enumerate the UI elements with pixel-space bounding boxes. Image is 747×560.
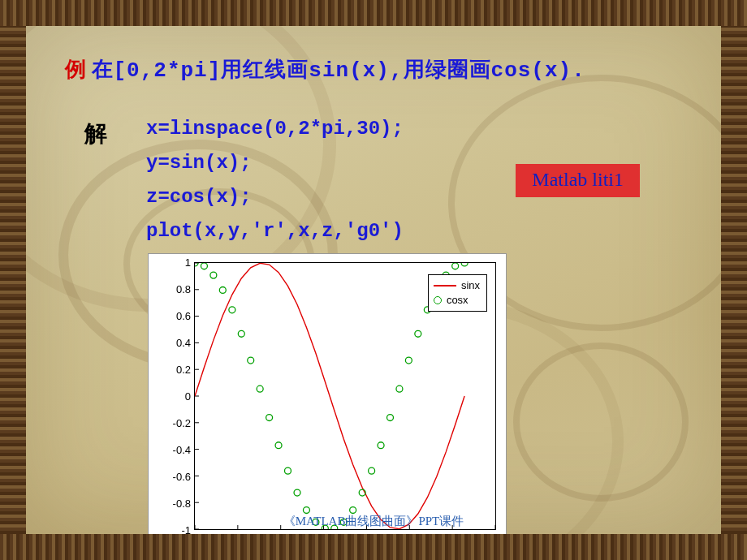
svg-point-35 [340, 519, 347, 525]
svg-point-27 [266, 415, 273, 421]
problem-line: 例 在[0,2*pi]用红线画sin(x),用绿圈画cos(x). [65, 55, 682, 84]
ytick-label: -1 [158, 524, 191, 535]
svg-point-38 [369, 467, 375, 474]
legend-circle-icon [434, 296, 442, 304]
svg-point-33 [322, 525, 328, 529]
slide-background: 例 在[0,2*pi]用红线画sin(x),用绿圈画cos(x). 解 x=li… [26, 26, 721, 534]
example-label: 例 [65, 58, 86, 81]
svg-point-22 [219, 287, 226, 294]
legend-item-2: cosx [447, 293, 468, 308]
svg-point-39 [378, 442, 384, 449]
code-line-1: x=linspace(0,2*pi,30); [146, 118, 404, 140]
svg-point-48 [461, 263, 468, 266]
svg-point-24 [238, 330, 244, 337]
ytick-label: 0 [158, 390, 191, 403]
code-block: x=linspace(0,2*pi,30); y=sin(x); z=cos(x… [146, 112, 404, 248]
svg-point-34 [331, 525, 338, 529]
problem-text: 在[0,2*pi]用红线画sin(x),用绿圈画cos(x). [92, 58, 585, 83]
ytick-label: 0.8 [158, 283, 191, 295]
chart-figure: sinx cosx -1-0.8-0.6-0.4-0.200.20.40.60.… [148, 253, 507, 534]
ytick-label: 0.4 [158, 337, 191, 349]
legend-line-icon [434, 285, 456, 286]
ytick-label: 0.6 [158, 310, 191, 322]
ytick-label: 0.2 [158, 364, 191, 376]
svg-point-25 [248, 357, 254, 364]
plot-area: sinx cosx [194, 262, 496, 530]
svg-point-43 [415, 330, 421, 337]
code-line-2: y=sin(x); [146, 152, 252, 174]
ytick-label: 1 [158, 256, 191, 269]
ytick-label: -0.4 [158, 444, 191, 456]
svg-point-47 [452, 263, 459, 269]
svg-point-42 [405, 357, 412, 364]
svg-point-29 [285, 467, 291, 474]
svg-point-26 [257, 386, 263, 392]
ytick-label: -0.6 [158, 471, 191, 483]
svg-point-40 [387, 415, 394, 421]
ytick-label: -0.8 [158, 498, 191, 510]
svg-point-28 [275, 442, 282, 449]
svg-point-30 [294, 489, 300, 496]
matlab-link-box[interactable]: Matlab liti1 [516, 164, 640, 197]
legend-item-1: sinx [461, 278, 480, 293]
svg-point-20 [201, 263, 207, 269]
svg-point-19 [195, 263, 198, 266]
ytick-label: -0.2 [158, 417, 191, 429]
code-line-4: plot(x,y,'r',x,z,'g0') [146, 220, 404, 242]
svg-point-41 [396, 386, 403, 392]
legend: sinx cosx [428, 274, 487, 312]
svg-point-31 [303, 507, 309, 514]
solve-label: 解 [84, 118, 107, 149]
svg-point-21 [210, 272, 217, 278]
svg-point-36 [350, 507, 356, 514]
code-line-3: z=cos(x); [146, 186, 252, 208]
svg-point-32 [313, 519, 319, 525]
svg-point-23 [229, 307, 235, 313]
